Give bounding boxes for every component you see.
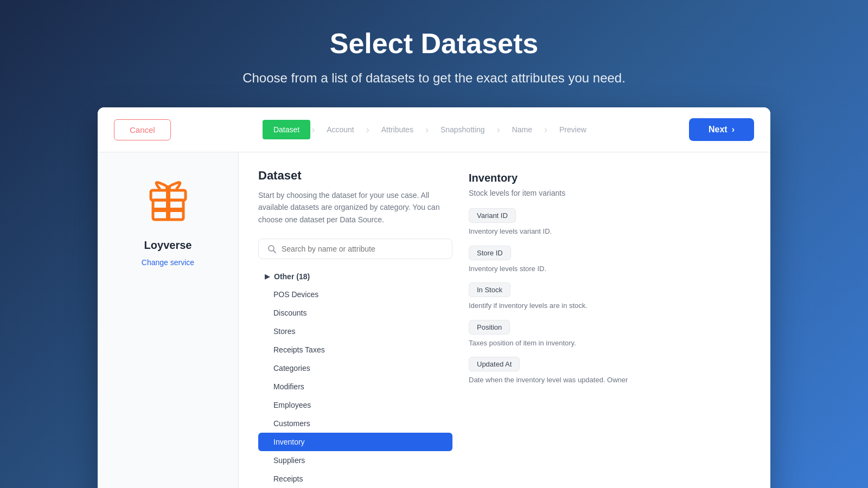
step-arrow-4: › — [497, 124, 500, 136]
modal: Cancel Dataset › Account › Attributes › … — [98, 107, 770, 488]
step-attributes[interactable]: Attributes — [371, 120, 424, 139]
attribute-tag-updated-at: Updated At — [469, 357, 520, 371]
page-header: Select Datasets Choose from a list of da… — [232, 0, 636, 107]
main-panel: Dataset Start by choosing the dataset fo… — [239, 152, 770, 488]
list-item-suppliers[interactable]: Suppliers — [258, 451, 452, 470]
detail-subtitle: Stock levels for item variants — [469, 189, 751, 197]
attribute-tag-position: Position — [469, 320, 510, 335]
search-input[interactable] — [282, 245, 443, 253]
category-label: Other (18) — [274, 272, 310, 281]
attribute-desc-updated-at: Date when the inventory level was update… — [469, 375, 751, 386]
category-arrow-icon: ▶ — [265, 273, 270, 280]
step-dataset[interactable]: Dataset — [263, 120, 310, 139]
step-arrow-2: › — [366, 124, 369, 136]
list-item-categories[interactable]: Categories — [258, 359, 452, 377]
step-arrow-3: › — [425, 124, 429, 136]
service-name: Loyverse — [144, 239, 192, 252]
search-box — [258, 239, 452, 259]
list-item-customers[interactable]: Customers — [258, 414, 452, 433]
sidebar-panel: Loyverse Change service — [98, 152, 239, 488]
attribute-desc-store-id: Inventory levels store ID. — [469, 264, 751, 274]
page-title: Select Datasets — [242, 27, 626, 60]
dataset-list: POS Devices Discounts Stores Receipts Ta… — [258, 285, 452, 488]
step-arrow-1: › — [311, 124, 315, 136]
step-account[interactable]: Account — [316, 120, 365, 139]
modal-body: Loyverse Change service Dataset Start by… — [98, 152, 770, 488]
svg-rect-3 — [166, 190, 170, 200]
list-item-pos-devices[interactable]: POS Devices — [258, 285, 452, 304]
step-arrow-5: › — [544, 124, 547, 136]
step-snapshotting[interactable]: Snapshotting — [430, 120, 496, 139]
attribute-tag-variant-id: Variant ID — [469, 208, 516, 223]
list-item-employees[interactable]: Employees — [258, 396, 452, 414]
attribute-desc-position: Taxes position of item in inventory. — [469, 338, 751, 349]
list-item-inventory[interactable]: Inventory — [258, 433, 452, 451]
next-arrow-icon: › — [732, 125, 735, 134]
attribute-updated-at: Updated At Date when the inventory level… — [469, 357, 751, 386]
attribute-desc-variant-id: Inventory levels variant ID. — [469, 226, 751, 237]
detail-panel: Inventory Stock levels for item variants… — [469, 169, 751, 488]
attribute-in-stock: In Stock Identify if inventory levels ar… — [469, 282, 751, 311]
dataset-description: Start by choosing the dataset for your u… — [258, 189, 452, 226]
attribute-variant-id: Variant ID Inventory levels variant ID. — [469, 208, 751, 237]
change-service-link[interactable]: Change service — [142, 258, 194, 267]
cancel-button[interactable]: Cancel — [114, 119, 171, 140]
dataset-section-title: Dataset — [258, 169, 452, 183]
service-logo-icon — [141, 174, 195, 228]
list-item-modifiers[interactable]: Modifiers — [258, 377, 452, 396]
list-item-receipts[interactable]: Receipts — [258, 470, 452, 488]
step-preview[interactable]: Preview — [548, 120, 597, 139]
stepper: Dataset › Account › Attributes › Snapsho… — [263, 120, 597, 139]
list-item-stores[interactable]: Stores — [258, 322, 452, 341]
list-item-receipts-taxes[interactable]: Receipts Taxes — [258, 341, 452, 359]
category-other-header[interactable]: ▶ Other (18) — [258, 268, 452, 285]
dataset-section: Dataset Start by choosing the dataset fo… — [258, 169, 452, 488]
page-subtitle: Choose from a list of datasets to get th… — [242, 70, 626, 86]
svg-line-7 — [273, 251, 276, 253]
next-button[interactable]: Next › — [689, 118, 754, 141]
modal-header: Cancel Dataset › Account › Attributes › … — [98, 107, 770, 152]
detail-title: Inventory — [469, 172, 751, 184]
search-icon — [267, 245, 276, 253]
svg-rect-5 — [153, 208, 183, 212]
step-name[interactable]: Name — [501, 120, 543, 139]
attribute-position: Position Taxes position of item in inven… — [469, 320, 751, 349]
list-item-discounts[interactable]: Discounts — [258, 304, 452, 322]
attribute-tag-in-stock: In Stock — [469, 282, 510, 297]
attribute-desc-in-stock: Identify if inventory levels are in stoc… — [469, 300, 751, 311]
attribute-tag-store-id: Store ID — [469, 246, 511, 260]
attribute-store-id: Store ID Inventory levels store ID. — [469, 246, 751, 274]
